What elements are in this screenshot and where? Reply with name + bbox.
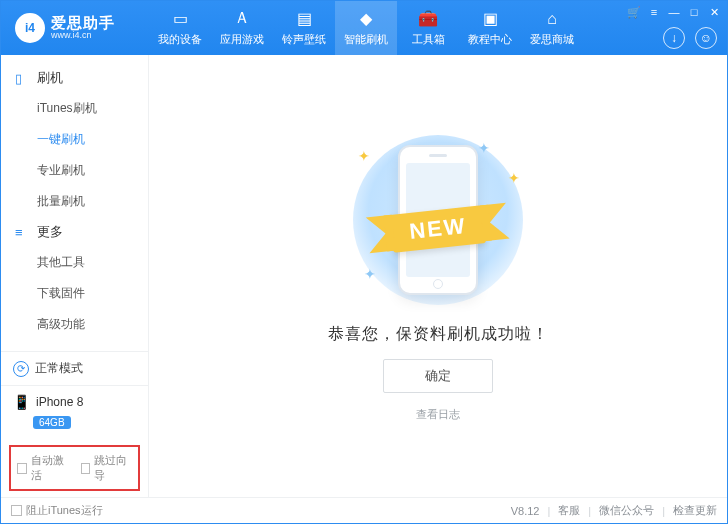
- nav-my-device[interactable]: ▭ 我的设备: [149, 1, 211, 55]
- sidebar-item-download-fw[interactable]: 下载固件: [1, 278, 148, 309]
- check-update-link[interactable]: 检查更新: [673, 503, 717, 518]
- sidebar-item-oneclick-flash[interactable]: 一键刷机: [1, 124, 148, 155]
- cart-icon[interactable]: 🛒: [627, 5, 641, 19]
- view-log-link[interactable]: 查看日志: [416, 407, 460, 422]
- store-icon: ⌂: [542, 10, 562, 28]
- minimize-icon[interactable]: —: [667, 5, 681, 19]
- sidebar: ▯ 刷机 iTunes刷机 一键刷机 专业刷机 批量刷机 ≡ 更多 其他工具 下…: [1, 55, 149, 497]
- sidebar-group-more[interactable]: ≡ 更多: [1, 217, 148, 247]
- nav-label: 爱思商城: [530, 32, 574, 47]
- top-nav: ▭ 我的设备 Ａ 应用游戏 ▤ 铃声壁纸 ◆ 智能刷机 🧰 工具箱 ▣ 教程中心: [149, 1, 583, 55]
- nav-label: 应用游戏: [220, 32, 264, 47]
- nav-tools[interactable]: 🧰 工具箱: [397, 1, 459, 55]
- logo-title: 爱思助手: [51, 15, 115, 32]
- nav-flash[interactable]: ◆ 智能刷机: [335, 1, 397, 55]
- main-panel: ✦✦✦✦ NEW 恭喜您，保资料刷机成功啦！ 确定 查看日志: [149, 55, 727, 497]
- nav-apps[interactable]: Ａ 应用游戏: [211, 1, 273, 55]
- auto-activate-checkbox[interactable]: 自动激活: [17, 453, 69, 483]
- opt-label: 阻止iTunes运行: [26, 503, 103, 518]
- sidebar-item-itunes-flash[interactable]: iTunes刷机: [1, 93, 148, 124]
- block-itunes-checkbox[interactable]: 阻止iTunes运行: [11, 503, 103, 518]
- app-header: i4 爱思助手 www.i4.cn ▭ 我的设备 Ａ 应用游戏 ▤ 铃声壁纸 ◆…: [1, 1, 727, 55]
- storage-badge: 64GB: [33, 416, 71, 429]
- success-illustration: ✦✦✦✦ NEW: [338, 130, 538, 310]
- nav-label: 教程中心: [468, 32, 512, 47]
- mode-label: 正常模式: [35, 360, 83, 377]
- sidebar-group-flash[interactable]: ▯ 刷机: [1, 63, 148, 93]
- sidebar-item-advanced[interactable]: 高级功能: [1, 309, 148, 340]
- logo: i4 爱思助手 www.i4.cn: [1, 13, 149, 43]
- refresh-icon: ⟳: [13, 361, 29, 377]
- book-icon: ▣: [480, 10, 500, 28]
- window-controls: 🛒 ≡ — □ ✕: [627, 5, 721, 19]
- ringtone-icon: ▤: [294, 10, 314, 28]
- maximize-icon[interactable]: □: [687, 5, 701, 19]
- mode-status[interactable]: ⟳ 正常模式: [1, 351, 148, 385]
- device-phone-icon: 📱: [13, 394, 30, 410]
- group-title: 更多: [37, 223, 63, 241]
- apps-icon: Ａ: [232, 10, 252, 28]
- device-icon: ▭: [170, 10, 190, 28]
- nav-label: 铃声壁纸: [282, 32, 326, 47]
- sidebar-item-batch-flash[interactable]: 批量刷机: [1, 186, 148, 217]
- sidebar-item-pro-flash[interactable]: 专业刷机: [1, 155, 148, 186]
- nav-ringtones[interactable]: ▤ 铃声壁纸: [273, 1, 335, 55]
- skip-setup-checkbox[interactable]: 跳过向导: [81, 453, 133, 483]
- toolbox-icon: 🧰: [418, 10, 438, 28]
- opt-label: 自动激活: [31, 453, 69, 483]
- nav-label: 我的设备: [158, 32, 202, 47]
- success-message: 恭喜您，保资料刷机成功啦！: [328, 324, 549, 345]
- nav-tutorials[interactable]: ▣ 教程中心: [459, 1, 521, 55]
- opt-label: 跳过向导: [94, 453, 132, 483]
- customer-service-link[interactable]: 客服: [558, 503, 580, 518]
- status-bar: 阻止iTunes运行 V8.12 | 客服 | 微信公众号 | 检查更新: [1, 497, 727, 523]
- device-panel[interactable]: 📱 iPhone 8 64GB: [1, 385, 148, 439]
- device-name: iPhone 8: [36, 395, 83, 409]
- nav-label: 工具箱: [412, 32, 445, 47]
- flash-icon: ◆: [356, 10, 376, 28]
- more-icon: ≡: [15, 225, 31, 240]
- close-icon[interactable]: ✕: [707, 5, 721, 19]
- wechat-link[interactable]: 微信公众号: [599, 503, 654, 518]
- confirm-button[interactable]: 确定: [383, 359, 493, 393]
- nav-label: 智能刷机: [344, 32, 388, 47]
- account-button[interactable]: ☺: [695, 27, 717, 49]
- download-button[interactable]: ↓: [663, 27, 685, 49]
- flash-options: 自动激活 跳过向导: [9, 445, 140, 491]
- logo-subtitle: www.i4.cn: [51, 31, 115, 41]
- logo-icon: i4: [15, 13, 45, 43]
- nav-store[interactable]: ⌂ 爱思商城: [521, 1, 583, 55]
- phone-icon: ▯: [15, 71, 31, 86]
- group-title: 刷机: [37, 69, 63, 87]
- sidebar-item-other-tools[interactable]: 其他工具: [1, 247, 148, 278]
- menu-icon[interactable]: ≡: [647, 5, 661, 19]
- version-label: V8.12: [511, 505, 540, 517]
